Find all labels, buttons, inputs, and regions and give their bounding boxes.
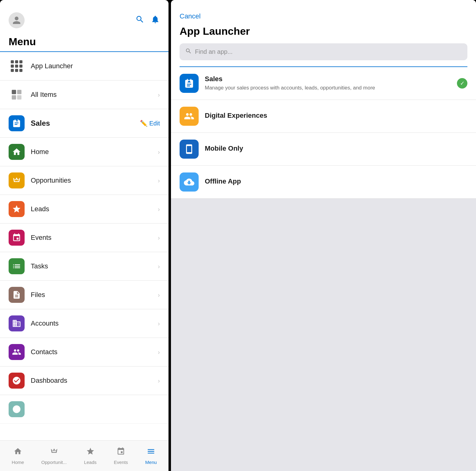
menu-item-dashboards[interactable]: Dashboards › xyxy=(0,366,169,395)
sales-app-desc: Manage your sales process with accounts,… xyxy=(205,84,457,92)
files-chevron: › xyxy=(158,291,160,299)
menu-list: App Launcher All Items › Sales ✏️ Ed xyxy=(0,52,169,440)
tab-menu[interactable]: Menu xyxy=(140,445,162,467)
contacts-label: Contacts xyxy=(31,348,158,356)
menu-title: Menu xyxy=(0,33,169,51)
accounts-chevron: › xyxy=(158,320,160,327)
offline-app-info: Offline App xyxy=(205,177,467,187)
right-header: Cancel App Launcher Find an app... xyxy=(171,0,476,67)
person-icon xyxy=(12,16,21,25)
home-chevron: › xyxy=(158,148,160,156)
search-icon[interactable] xyxy=(135,15,145,26)
sales-icon xyxy=(9,115,25,131)
tab-opportunities-label: Opportunit... xyxy=(41,460,67,465)
accounts-icon xyxy=(9,315,25,331)
app-item-digital-experiences[interactable]: Digital Experiences xyxy=(171,100,476,133)
cancel-button[interactable]: Cancel xyxy=(180,12,200,20)
tab-events[interactable]: Events xyxy=(109,445,133,467)
menu-item-accounts[interactable]: Accounts › xyxy=(0,309,169,338)
menu-item-all-items[interactable]: All Items › xyxy=(0,81,169,109)
tab-home-icon xyxy=(14,447,22,458)
home-label: Home xyxy=(31,148,158,156)
files-icon xyxy=(9,287,25,303)
tasks-chevron: › xyxy=(158,263,160,270)
tab-opportunities-icon xyxy=(50,447,58,458)
header-icons xyxy=(135,15,160,26)
search-placeholder: Find an app... xyxy=(195,48,232,55)
tab-home-label: Home xyxy=(12,460,24,465)
app-launcher-title: App Launcher xyxy=(180,25,467,37)
accounts-label: Accounts xyxy=(31,319,158,327)
menu-item-home[interactable]: Home › xyxy=(0,138,169,166)
app-item-sales[interactable]: Sales Manage your sales process with acc… xyxy=(171,67,476,100)
menu-item-app-launcher[interactable]: App Launcher xyxy=(0,52,169,81)
menu-item-partial[interactable] xyxy=(0,395,169,424)
tab-events-icon xyxy=(117,447,125,458)
events-chevron: › xyxy=(158,234,160,241)
menu-item-sales[interactable]: Sales ✏️ Edit xyxy=(0,109,169,138)
sales-app-info: Sales Manage your sales process with acc… xyxy=(205,75,457,92)
svg-rect-2 xyxy=(12,95,16,100)
tab-leads[interactable]: Leads xyxy=(79,445,101,467)
menu-item-files[interactable]: Files › xyxy=(0,281,169,309)
tab-menu-icon xyxy=(147,447,155,458)
tab-events-label: Events xyxy=(114,460,128,465)
opportunities-icon xyxy=(9,172,25,188)
menu-item-contacts[interactable]: Contacts › xyxy=(0,338,169,366)
home-icon xyxy=(9,144,25,160)
avatar[interactable] xyxy=(9,12,25,28)
all-items-chevron: › xyxy=(158,91,160,98)
mobile-only-icon xyxy=(180,140,199,159)
partial-icon xyxy=(9,401,25,417)
tab-leads-icon xyxy=(86,447,95,458)
mobile-only-info: Mobile Only xyxy=(205,144,467,154)
menu-item-leads[interactable]: Leads › xyxy=(0,195,169,224)
header-bar xyxy=(0,0,169,33)
dashboards-label: Dashboards xyxy=(31,377,158,385)
app-launcher-label: App Launcher xyxy=(31,62,160,70)
opportunities-label: Opportunities xyxy=(31,176,158,184)
tab-leads-label: Leads xyxy=(84,460,97,465)
svg-rect-3 xyxy=(17,95,22,100)
svg-rect-0 xyxy=(12,90,16,94)
mobile-only-name: Mobile Only xyxy=(205,144,467,152)
menu-item-tasks[interactable]: Tasks › xyxy=(0,252,169,281)
right-bottom-area xyxy=(171,199,476,471)
grid-icon xyxy=(9,58,25,74)
menu-item-events[interactable]: Events › xyxy=(0,224,169,252)
opportunities-chevron: › xyxy=(158,177,160,184)
edit-button[interactable]: ✏️ Edit xyxy=(140,120,160,127)
tab-menu-label: Menu xyxy=(145,460,157,465)
events-icon xyxy=(9,230,25,246)
dashboards-chevron: › xyxy=(158,377,160,384)
left-panel: Menu App Launcher xyxy=(0,0,169,471)
files-label: Files xyxy=(31,291,158,299)
app-item-mobile-only[interactable]: Mobile Only xyxy=(171,133,476,166)
tab-bar: Home Opportunit... Leads Events Menu xyxy=(0,440,169,471)
search-bar-icon xyxy=(185,48,192,56)
panel-separator xyxy=(169,0,171,471)
sales-app-name: Sales xyxy=(205,75,457,83)
all-items-label: All Items xyxy=(31,91,158,99)
notification-icon[interactable] xyxy=(151,15,160,26)
contacts-chevron: › xyxy=(158,349,160,356)
svg-rect-1 xyxy=(17,90,22,94)
leads-label: Leads xyxy=(31,205,158,213)
leads-icon xyxy=(9,201,25,217)
tab-home[interactable]: Home xyxy=(7,445,29,467)
sales-app-icon xyxy=(180,74,199,93)
app-item-offline-app[interactable]: Offline App xyxy=(171,166,476,199)
tasks-label: Tasks xyxy=(31,262,158,270)
sales-check-badge: ✓ xyxy=(457,78,467,89)
menu-item-opportunities[interactable]: Opportunities › xyxy=(0,166,169,195)
tab-opportunities[interactable]: Opportunit... xyxy=(36,445,72,467)
offline-app-name: Offline App xyxy=(205,177,467,185)
dashboards-icon xyxy=(9,373,25,389)
right-panel: Cancel App Launcher Find an app... Sales… xyxy=(171,0,476,471)
digital-experiences-info: Digital Experiences xyxy=(205,112,467,121)
offline-app-icon xyxy=(180,172,199,192)
events-label: Events xyxy=(31,234,158,242)
search-bar[interactable]: Find an app... xyxy=(180,43,467,60)
digital-experiences-name: Digital Experiences xyxy=(205,112,467,120)
contacts-icon xyxy=(9,344,25,360)
